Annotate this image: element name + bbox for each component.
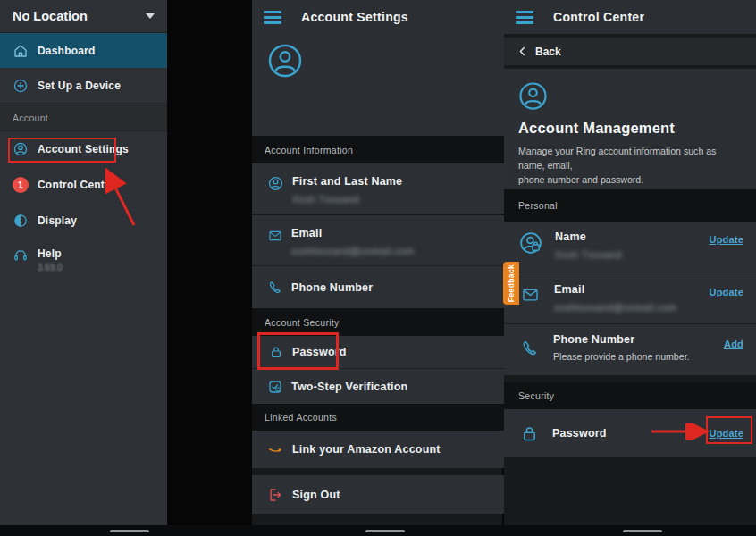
annotation-arrow-to-update: [649, 423, 710, 440]
section-label: Linked Accounts: [265, 412, 337, 423]
sidebar-item-label: Account Settings: [38, 143, 129, 155]
update-name-link[interactable]: Update: [710, 234, 743, 272]
redacted-value: xxshtxxxand@xxmail.com: [291, 246, 415, 256]
home-icon: [13, 43, 29, 59]
avatar: [267, 43, 303, 79]
page-title: Account Settings: [301, 10, 408, 24]
section-personal: Personal: [504, 189, 756, 222]
section-label: Account: [13, 113, 48, 123]
row-password[interactable]: Password Update: [504, 409, 756, 457]
lock-icon: [520, 424, 539, 443]
location-name: No Location: [13, 9, 146, 23]
lock-icon: [269, 345, 283, 359]
row-email[interactable]: Email xxshtxxxand@xxmail.com Update: [504, 272, 756, 324]
back-button[interactable]: Back: [504, 38, 756, 65]
left-phone-panel: No Location Dashboard Set Up a Device Ac…: [0, 0, 252, 525]
sidebar-item-label: Dashboard: [38, 45, 95, 57]
page-title: Control Center: [553, 10, 644, 24]
sign-out-icon: [267, 487, 283, 503]
phone-icon: [267, 280, 283, 296]
headset-icon: [13, 247, 29, 264]
redacted-value: xxshtxxxand@xxmail.com: [554, 302, 710, 313]
control-center-screen: Control Center Back Account Management M…: [504, 0, 756, 525]
card-description-line2: phone number and password.: [518, 174, 643, 185]
envelope-icon: [520, 283, 541, 323]
row-phone[interactable]: Phone Number Please provide a phone numb…: [504, 324, 756, 375]
row-label: Name: [555, 230, 710, 243]
card-description-line1: Manage your Ring account information suc…: [518, 146, 716, 171]
screenshot-root: No Location Dashboard Set Up a Device Ac…: [0, 0, 756, 536]
sidebar-item-dashboard[interactable]: Dashboard: [0, 33, 167, 68]
phone-icon: [520, 333, 540, 375]
account-settings-screen: Account Settings Account Information Fir…: [252, 0, 504, 525]
account-management-card: Account Management Manage your Ring acco…: [504, 69, 756, 189]
row-label: Phone Number: [291, 281, 373, 294]
annotation-arrow-to-account-settings: [98, 168, 143, 230]
row-link-amazon[interactable]: Link your Amazon Account: [252, 431, 504, 468]
sidebar-item-account-settings[interactable]: Account Settings: [0, 131, 167, 167]
sidebar-item-help[interactable]: Help 3.69.0: [0, 239, 167, 281]
person-circle-icon: [13, 141, 29, 157]
menu-icon[interactable]: [264, 11, 281, 24]
app-version: 3.69.0: [38, 263, 63, 272]
menu-icon[interactable]: [516, 11, 533, 24]
profile-header: Account Settings: [252, 0, 504, 136]
row-two-step-verification[interactable]: Two-Step Verification: [252, 369, 504, 404]
row-label: Email: [291, 227, 415, 239]
section-label: Account Security: [265, 317, 340, 328]
update-password-link[interactable]: Update: [710, 428, 743, 439]
display-contrast-icon: [13, 213, 29, 229]
chevron-left-icon: [517, 46, 528, 57]
section-linked-accounts: Linked Accounts: [252, 404, 504, 431]
plus-circle-icon: [13, 78, 29, 94]
sidebar-item-label: Display: [38, 214, 77, 227]
feedback-tab[interactable]: Feedback: [503, 262, 519, 305]
sidebar-item-setup-device[interactable]: Set Up a Device: [0, 68, 167, 104]
add-phone-link[interactable]: Add: [724, 339, 743, 375]
row-label: Password: [292, 346, 347, 358]
chevron-down-icon: [146, 13, 155, 19]
row-label: Link your Amazon Account: [292, 443, 441, 456]
envelope-icon: [267, 227, 283, 265]
shield-check-icon: [267, 379, 283, 395]
back-label: Back: [535, 46, 561, 58]
row-label: Email: [554, 283, 710, 296]
section-account-information: Account Information: [252, 136, 504, 163]
row-label: Sign Out: [292, 489, 340, 501]
row-email[interactable]: Email xxshtxxxand@xxmail.com: [252, 215, 504, 266]
avatar: [518, 81, 742, 111]
row-password[interactable]: Password: [252, 336, 504, 369]
sidebar-item-label: Set Up a Device: [38, 80, 121, 92]
section-label: Personal: [518, 200, 558, 211]
redacted-value: Xxsh Txxxand: [292, 194, 402, 205]
sidebar-item-label: Help: [38, 247, 63, 260]
section-account-security: Account Security: [252, 308, 504, 336]
row-label: Two-Step Verification: [291, 381, 407, 393]
row-first-last-name[interactable]: First and Last Name Xxsh Txxxand: [252, 163, 504, 214]
card-heading: Account Management: [518, 120, 742, 137]
section-label: Account Information: [265, 145, 353, 155]
home-indicator: [623, 530, 662, 532]
bottom-strip: [0, 525, 756, 536]
person-circle-icon: [267, 175, 284, 214]
row-subtext: Please provide a phone number.: [553, 351, 724, 362]
row-sign-out[interactable]: Sign Out: [252, 475, 504, 514]
row-name[interactable]: Name Xxsh Txxxand Update: [504, 222, 756, 272]
location-selector[interactable]: No Location: [0, 0, 167, 33]
row-label: First and Last Name: [292, 175, 402, 188]
row-label: Phone Number: [553, 333, 724, 346]
redacted-value: Xxsh Txxxand: [555, 249, 710, 260]
sidebar-section-account: Account: [0, 105, 167, 131]
app-header: Control Center: [504, 0, 756, 34]
row-phone-number[interactable]: Phone Number: [252, 266, 504, 308]
section-security: Security: [504, 382, 756, 409]
notification-badge: 1: [13, 177, 29, 193]
update-email-link[interactable]: Update: [710, 287, 743, 323]
home-indicator: [365, 530, 405, 532]
person-lock-icon: [518, 230, 543, 272]
feedback-label: Feedback: [507, 264, 516, 302]
amazon-smile-icon: [265, 441, 285, 457]
section-label: Security: [518, 390, 554, 401]
home-indicator: [110, 530, 149, 532]
